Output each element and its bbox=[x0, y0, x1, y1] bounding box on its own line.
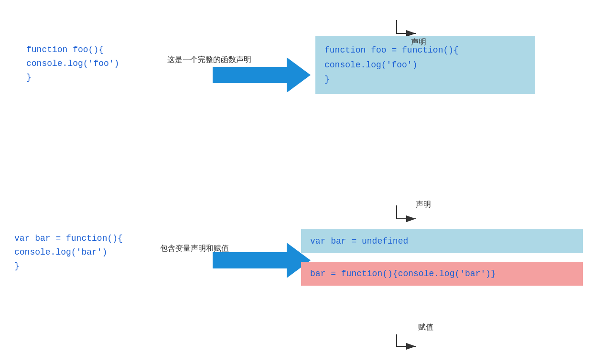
top-box-line3: } bbox=[324, 72, 526, 87]
bottom-code-line3: } bbox=[14, 259, 123, 273]
bottom-code-line2: console.log('bar') bbox=[14, 246, 123, 259]
bottom-section: var bar = function(){ console.log('bar')… bbox=[0, 186, 604, 353]
bottom-left-code: var bar = function(){ console.log('bar')… bbox=[14, 232, 123, 273]
top-section: function foo(){ console.log('foo') } 这是一… bbox=[0, 29, 604, 139]
top-code-line2: console.log('foo') bbox=[26, 57, 119, 71]
bottom-pink-box: bar = function(){console.log('bar')} bbox=[301, 262, 583, 286]
bottom-annotation-bottom: 赋值 bbox=[418, 322, 433, 332]
bottom-blue-box: var bar = undefined bbox=[301, 229, 583, 253]
bottom-label: 包含变量声明和赋值 bbox=[160, 244, 229, 254]
top-annotation: 声明 bbox=[411, 37, 426, 47]
diagram-container: function foo(){ console.log('foo') } 这是一… bbox=[0, 0, 604, 364]
top-code-line1: function foo(){ bbox=[26, 43, 119, 57]
top-label: 这是一个完整的函数声明 bbox=[167, 55, 251, 65]
bottom-code-line1: var bar = function(){ bbox=[14, 232, 123, 246]
top-box-line2: console.log('foo') bbox=[324, 58, 526, 73]
top-code-line3: } bbox=[26, 71, 119, 85]
top-left-code: function foo(){ console.log('foo') } bbox=[26, 43, 119, 84]
bottom-annotation-top: 声明 bbox=[416, 200, 431, 210]
